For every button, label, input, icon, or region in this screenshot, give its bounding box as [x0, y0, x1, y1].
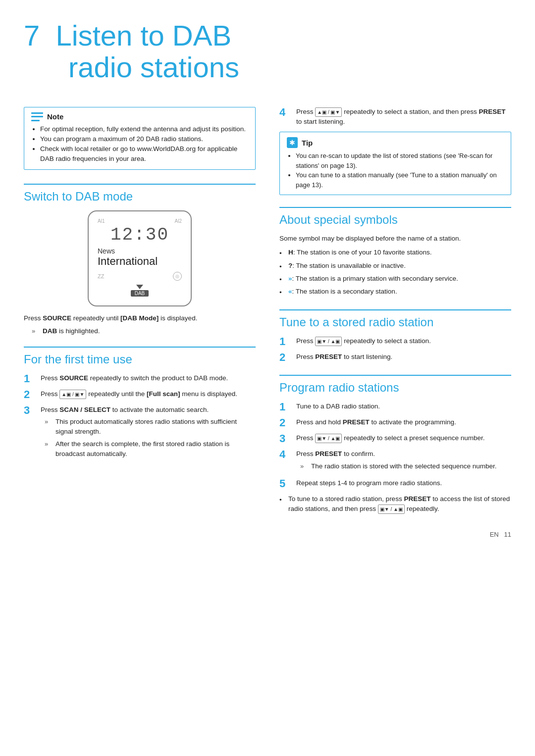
symbol-dbl-right: • »: The station is a primary station wi… — [279, 274, 511, 285]
prog-step-2-num: 2 — [279, 417, 291, 428]
preset-icon-tune1: ▣▼ / ▲▣ — [315, 337, 342, 346]
tune-step-1: 1 Press ▣▼ / ▲▣ repeatedly to select a s… — [279, 336, 511, 347]
first-time-steps: 1 Press SOURCE repeatedly to switch the … — [24, 373, 256, 461]
step-2-content: Press ▲▣ / ▣▼ repeatedly until the [Full… — [41, 389, 256, 399]
prog-step-1-num: 1 — [279, 402, 291, 412]
program-steps: 1 Tune to a DAB radio station. 2 Press a… — [279, 402, 511, 489]
sub-arrow: » — [32, 327, 40, 335]
note-box: Note For optimal reception, fully extend… — [24, 107, 256, 170]
symbol-h: • H: The station is one of your 10 favor… — [279, 248, 511, 258]
dbl-right-icon: » — [288, 275, 292, 282]
source-keyword: SOURCE — [43, 314, 71, 322]
step-3: 3 Press SCAN / SELECT to activate the au… — [24, 405, 256, 461]
radio-station-line1: News — [98, 247, 182, 255]
step-4-number: 4 — [279, 107, 291, 118]
radio-dab-btn: DAB — [98, 285, 182, 297]
preset-icon-step4: ▲▣ / ▣▼ — [315, 107, 342, 117]
switch-dab-title: Switch to DAB mode — [24, 184, 256, 203]
prog-step-4-content: Press PRESET to confirm. » The radio sta… — [296, 449, 511, 473]
step-2-number: 2 — [24, 389, 36, 400]
first-time-title: For the first time use — [24, 347, 256, 366]
prog-step-5: 5 Repeat steps 1-4 to program more radio… — [279, 478, 511, 489]
note-icon — [31, 112, 43, 121]
switch-dab-sub: » DAB is highlighted. — [32, 327, 256, 335]
about-symbols-title: About special symbols — [279, 207, 511, 227]
radio-station-line2: International — [98, 255, 182, 268]
prog-step-5-num: 5 — [279, 478, 291, 489]
step-3-number: 3 — [24, 405, 36, 416]
note-list: For optimal reception, fully extend the … — [40, 124, 248, 164]
dbl-left-icon: « — [288, 288, 292, 295]
about-symbols-intro: Some symbol may be displayed before the … — [279, 234, 511, 244]
radio-al2: Al2 — [175, 218, 182, 224]
tune-step-2: 2 Press PRESET to start listening. — [279, 352, 511, 363]
tip-list: You can re-scan to update the list of st… — [296, 151, 504, 190]
program-footer-note: • To tune to a stored radio station, pre… — [279, 494, 511, 514]
about-symbols-list: • H: The station is one of your 10 favor… — [279, 248, 511, 298]
step-4-row: 4 Press ▲▣ / ▣▼ repeatedly to select a s… — [279, 107, 511, 127]
step-2: 2 Press ▲▣ / ▣▼ repeatedly until the [Fu… — [24, 389, 256, 400]
radio-time: 12:30 — [98, 225, 182, 245]
note-item-1: For optimal reception, fully extend the … — [40, 124, 248, 134]
tune-step-1-num: 1 — [279, 336, 291, 347]
tip-label: Tip — [302, 139, 313, 147]
preset-icon-footer: ▣▼ / ▲▣ — [378, 504, 405, 514]
prog-step-2: 2 Press and hold PRESET to activate the … — [279, 417, 511, 428]
prog-step-3: 3 Press ▣▼ / ▲▣ repeatedly to select a p… — [279, 433, 511, 444]
switch-dab-instruction: Press SOURCE repeatedly until [DAB Mode]… — [24, 313, 256, 323]
tune-step-2-content: Press PRESET to start listening. — [296, 352, 511, 362]
prog-step-3-num: 3 — [279, 433, 291, 444]
program-stations-title: Program radio stations — [279, 375, 511, 395]
radio-al1: Al1 — [98, 218, 105, 224]
prog-step-1-content: Tune to a DAB radio station. — [296, 402, 511, 411]
symbol-dbl-left: • «: The station is a secondary station. — [279, 287, 511, 298]
step-3-subs: » This product automatically stores radi… — [45, 417, 256, 459]
step-1-number: 1 — [24, 373, 36, 384]
prog-step-4-num: 4 — [279, 449, 291, 460]
prog-step-5-content: Repeat steps 1-4 to program more radio s… — [296, 478, 511, 488]
tip-star-icon: ✱ — [287, 137, 298, 148]
dab-mode-keyword: [DAB Mode] — [120, 314, 159, 322]
tune-step-2-num: 2 — [279, 352, 291, 363]
note-item-3: Check with local retailer or go to www.W… — [40, 144, 248, 164]
note-label: Note — [47, 112, 63, 121]
note-item-2: You can program a maximum of 20 DAB radi… — [40, 134, 248, 144]
preset-icon-up: ▲▣ / ▣▼ — [59, 390, 86, 399]
symbol-q: • ?: The station is unavailable or inact… — [279, 261, 511, 272]
step-1-content: Press SOURCE repeatedly to switch the pr… — [41, 373, 256, 383]
tune-stored-steps: 1 Press ▣▼ / ▲▣ repeatedly to select a s… — [279, 336, 511, 363]
tip-item-2: You can tune to a station manually (see … — [296, 170, 504, 190]
step-1: 1 Press SOURCE repeatedly to switch the … — [24, 373, 256, 384]
tip-item-1: You can re-scan to update the list of st… — [296, 151, 504, 170]
radio-zz: ZZ — [98, 273, 104, 279]
preset-icon-prog3: ▣▼ / ▲▣ — [315, 434, 342, 443]
tip-box: ✱ Tip You can re-scan to update the list… — [279, 132, 511, 195]
prog-step-2-content: Press and hold PRESET to activate the pr… — [296, 417, 511, 427]
prog-step-3-content: Press ▣▼ / ▲▣ repeatedly to select a pre… — [296, 433, 511, 443]
footer-page: 11 — [504, 531, 511, 538]
prog-step-4-sub: » The radio station is stored with the s… — [300, 461, 511, 471]
radio-display: Al1 Al2 12:30 News International ZZ ◎ DA… — [88, 210, 192, 306]
page-footer: EN 11 — [24, 531, 511, 538]
step-4-content: Press ▲▣ / ▣▼ repeatedly to select a sta… — [296, 107, 511, 127]
prog-step-1: 1 Tune to a DAB radio station. — [279, 402, 511, 412]
prog-step-4: 4 Press PRESET to confirm. » The radio s… — [279, 449, 511, 473]
tune-stored-title: Tune to a stored radio station — [279, 309, 511, 329]
radio-icon-right: ◎ — [173, 272, 182, 281]
step-3-content: Press SCAN / SELECT to activate the auto… — [41, 405, 256, 461]
chapter-title: 7 Listen to DAB radio stations — [24, 20, 511, 83]
chapter-number: 7 — [24, 19, 40, 51]
tune-step-1-content: Press ▣▼ / ▲▣ repeatedly to select a sta… — [296, 336, 511, 346]
footer-lang: EN — [490, 531, 499, 538]
